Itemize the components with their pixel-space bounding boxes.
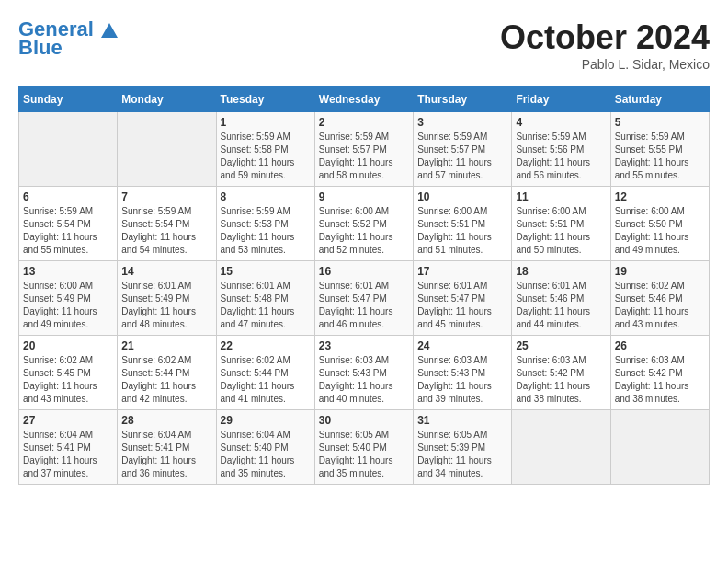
- cell-content: Sunrise: 6:00 AMSunset: 5:49 PMDaylight:…: [23, 280, 113, 331]
- calendar-cell: 25Sunrise: 6:03 AMSunset: 5:42 PMDayligh…: [512, 336, 610, 410]
- day-number: 6: [23, 190, 113, 203]
- cell-content: Sunrise: 6:04 AMSunset: 5:41 PMDaylight:…: [23, 429, 113, 480]
- day-number: 14: [121, 265, 211, 278]
- cell-content: Sunrise: 5:59 AMSunset: 5:57 PMDaylight:…: [319, 131, 409, 182]
- page-header: General Blue October 2024 Pablo L. Sidar…: [18, 18, 710, 72]
- cell-content: Sunrise: 6:01 AMSunset: 5:47 PMDaylight:…: [319, 280, 409, 331]
- cell-content: Sunrise: 6:02 AMSunset: 5:44 PMDaylight:…: [121, 354, 211, 406]
- calendar-cell: 12Sunrise: 6:00 AMSunset: 5:50 PMDayligh…: [610, 187, 709, 261]
- calendar-cell: 21Sunrise: 6:02 AMSunset: 5:44 PMDayligh…: [118, 336, 216, 410]
- cell-content: Sunrise: 6:02 AMSunset: 5:44 PMDaylight:…: [221, 354, 311, 406]
- calendar-cell: 26Sunrise: 6:03 AMSunset: 5:42 PMDayligh…: [610, 336, 709, 410]
- cell-content: Sunrise: 6:02 AMSunset: 5:45 PMDaylight:…: [23, 354, 113, 406]
- cell-content: Sunrise: 5:59 AMSunset: 5:54 PMDaylight:…: [121, 205, 211, 257]
- calendar-week-5: 27Sunrise: 6:04 AMSunset: 5:41 PMDayligh…: [19, 410, 710, 485]
- day-number: 10: [417, 190, 507, 203]
- cell-content: Sunrise: 5:59 AMSunset: 5:57 PMDaylight:…: [417, 131, 507, 182]
- calendar-cell: 17Sunrise: 6:01 AMSunset: 5:47 PMDayligh…: [414, 261, 512, 336]
- calendar-cell: 14Sunrise: 6:01 AMSunset: 5:49 PMDayligh…: [118, 261, 216, 336]
- cell-content: Sunrise: 6:00 AMSunset: 5:52 PMDaylight:…: [319, 205, 409, 257]
- location-subtitle: Pablo L. Sidar, Mexico: [500, 57, 710, 72]
- cell-content: Sunrise: 6:00 AMSunset: 5:51 PMDaylight:…: [417, 205, 507, 257]
- cell-content: Sunrise: 6:01 AMSunset: 5:48 PMDaylight:…: [221, 280, 311, 331]
- calendar-cell: 1Sunrise: 5:59 AMSunset: 5:58 PMDaylight…: [216, 112, 314, 187]
- cell-content: Sunrise: 6:03 AMSunset: 5:42 PMDaylight:…: [516, 354, 606, 406]
- day-number: 13: [23, 265, 113, 278]
- weekday-header-thursday: Thursday: [414, 87, 512, 112]
- calendar-cell: [610, 410, 709, 485]
- calendar-week-3: 13Sunrise: 6:00 AMSunset: 5:49 PMDayligh…: [19, 261, 710, 336]
- cell-content: Sunrise: 6:00 AMSunset: 5:51 PMDaylight:…: [516, 205, 606, 257]
- day-number: 11: [516, 190, 606, 203]
- calendar-cell: [19, 112, 118, 187]
- day-number: 12: [615, 190, 705, 203]
- header-row: SundayMondayTuesdayWednesdayThursdayFrid…: [19, 87, 710, 112]
- calendar-cell: 20Sunrise: 6:02 AMSunset: 5:45 PMDayligh…: [19, 336, 118, 410]
- calendar-cell: 15Sunrise: 6:01 AMSunset: 5:48 PMDayligh…: [216, 261, 314, 336]
- cell-content: Sunrise: 5:59 AMSunset: 5:56 PMDaylight:…: [516, 131, 606, 182]
- logo-icon: [101, 23, 118, 38]
- weekday-header-sunday: Sunday: [19, 87, 118, 112]
- day-number: 29: [221, 414, 311, 427]
- cell-content: Sunrise: 6:04 AMSunset: 5:40 PMDaylight:…: [221, 429, 311, 480]
- day-number: 19: [615, 265, 705, 278]
- weekday-header-monday: Monday: [118, 87, 216, 112]
- calendar-body: 1Sunrise: 5:59 AMSunset: 5:58 PMDaylight…: [19, 112, 710, 485]
- calendar-cell: 5Sunrise: 5:59 AMSunset: 5:55 PMDaylight…: [610, 112, 709, 187]
- calendar-cell: [512, 410, 610, 485]
- cell-content: Sunrise: 6:01 AMSunset: 5:47 PMDaylight:…: [417, 280, 507, 331]
- calendar-cell: 22Sunrise: 6:02 AMSunset: 5:44 PMDayligh…: [216, 336, 314, 410]
- cell-content: Sunrise: 6:01 AMSunset: 5:46 PMDaylight:…: [516, 280, 606, 331]
- calendar-cell: 4Sunrise: 5:59 AMSunset: 5:56 PMDaylight…: [512, 112, 610, 187]
- calendar-cell: 11Sunrise: 6:00 AMSunset: 5:51 PMDayligh…: [512, 187, 610, 261]
- cell-content: Sunrise: 5:59 AMSunset: 5:54 PMDaylight:…: [23, 205, 113, 257]
- day-number: 31: [417, 414, 507, 427]
- calendar-cell: 27Sunrise: 6:04 AMSunset: 5:41 PMDayligh…: [19, 410, 118, 485]
- day-number: 28: [121, 414, 211, 427]
- day-number: 4: [516, 116, 606, 129]
- calendar-cell: 19Sunrise: 6:02 AMSunset: 5:46 PMDayligh…: [610, 261, 709, 336]
- calendar-cell: 3Sunrise: 5:59 AMSunset: 5:57 PMDaylight…: [414, 112, 512, 187]
- calendar-week-4: 20Sunrise: 6:02 AMSunset: 5:45 PMDayligh…: [19, 336, 710, 410]
- cell-content: Sunrise: 6:03 AMSunset: 5:42 PMDaylight:…: [615, 354, 705, 406]
- calendar-cell: 23Sunrise: 6:03 AMSunset: 5:43 PMDayligh…: [314, 336, 413, 410]
- day-number: 26: [615, 339, 705, 352]
- day-number: 3: [417, 116, 507, 129]
- calendar-cell: 10Sunrise: 6:00 AMSunset: 5:51 PMDayligh…: [414, 187, 512, 261]
- cell-content: Sunrise: 5:59 AMSunset: 5:53 PMDaylight:…: [221, 205, 311, 257]
- day-number: 18: [516, 265, 606, 278]
- calendar-cell: 29Sunrise: 6:04 AMSunset: 5:40 PMDayligh…: [216, 410, 314, 485]
- calendar-cell: 24Sunrise: 6:03 AMSunset: 5:43 PMDayligh…: [414, 336, 512, 410]
- cell-content: Sunrise: 5:59 AMSunset: 5:58 PMDaylight:…: [221, 131, 311, 182]
- svg-marker-0: [101, 23, 118, 38]
- calendar-cell: 9Sunrise: 6:00 AMSunset: 5:52 PMDaylight…: [314, 187, 413, 261]
- logo: General Blue: [18, 18, 118, 59]
- calendar-table: SundayMondayTuesdayWednesdayThursdayFrid…: [18, 86, 710, 485]
- calendar-week-1: 1Sunrise: 5:59 AMSunset: 5:58 PMDaylight…: [19, 112, 710, 187]
- cell-content: Sunrise: 6:03 AMSunset: 5:43 PMDaylight:…: [319, 354, 409, 406]
- calendar-cell: 6Sunrise: 5:59 AMSunset: 5:54 PMDaylight…: [19, 187, 118, 261]
- calendar-cell: 28Sunrise: 6:04 AMSunset: 5:41 PMDayligh…: [118, 410, 216, 485]
- day-number: 9: [319, 190, 409, 203]
- calendar-cell: 8Sunrise: 5:59 AMSunset: 5:53 PMDaylight…: [216, 187, 314, 261]
- calendar-cell: [118, 112, 216, 187]
- cell-content: Sunrise: 6:05 AMSunset: 5:40 PMDaylight:…: [319, 429, 409, 480]
- cell-content: Sunrise: 6:04 AMSunset: 5:41 PMDaylight:…: [121, 429, 211, 480]
- day-number: 15: [221, 265, 311, 278]
- calendar-cell: 7Sunrise: 5:59 AMSunset: 5:54 PMDaylight…: [118, 187, 216, 261]
- calendar-cell: 31Sunrise: 6:05 AMSunset: 5:39 PMDayligh…: [414, 410, 512, 485]
- cell-content: Sunrise: 6:01 AMSunset: 5:49 PMDaylight:…: [121, 280, 211, 331]
- weekday-header-tuesday: Tuesday: [216, 87, 314, 112]
- day-number: 2: [319, 116, 409, 129]
- weekday-header-friday: Friday: [512, 87, 610, 112]
- day-number: 20: [23, 339, 113, 352]
- cell-content: Sunrise: 6:05 AMSunset: 5:39 PMDaylight:…: [417, 429, 507, 480]
- calendar-cell: 2Sunrise: 5:59 AMSunset: 5:57 PMDaylight…: [314, 112, 413, 187]
- calendar-cell: 18Sunrise: 6:01 AMSunset: 5:46 PMDayligh…: [512, 261, 610, 336]
- day-number: 25: [516, 339, 606, 352]
- weekday-header-wednesday: Wednesday: [314, 87, 413, 112]
- day-number: 16: [319, 265, 409, 278]
- day-number: 24: [417, 339, 507, 352]
- day-number: 23: [319, 339, 409, 352]
- day-number: 27: [23, 414, 113, 427]
